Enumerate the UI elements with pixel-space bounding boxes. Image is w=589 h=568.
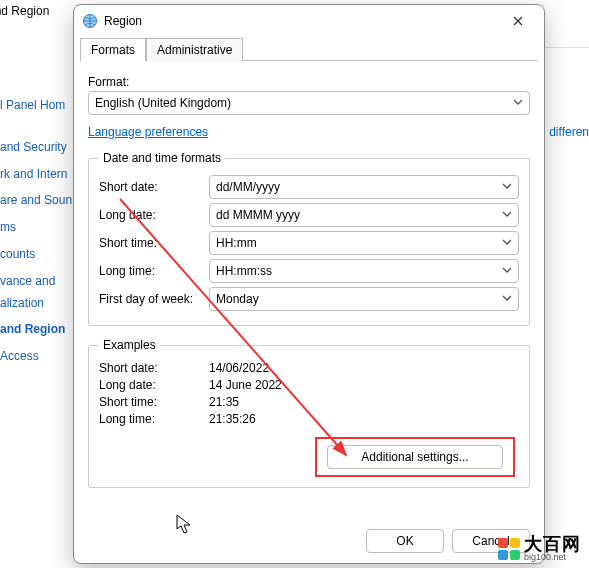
long-date-select[interactable]: dd MMMM yyyy bbox=[209, 203, 519, 227]
ex-short-date-value: 14/06/2022 bbox=[209, 361, 269, 375]
long-date-value: dd MMMM yyyy bbox=[216, 208, 300, 222]
long-date-label: Long date: bbox=[99, 208, 209, 222]
annotation-highlight: Additional settings... bbox=[315, 437, 515, 477]
long-time-label: Long time: bbox=[99, 264, 209, 278]
first-day-select[interactable]: Monday bbox=[209, 287, 519, 311]
ex-long-time-label: Long time: bbox=[99, 412, 209, 426]
dialog-footer: OK Cancel bbox=[74, 519, 544, 563]
watermark: 大百网 big100.net bbox=[498, 535, 581, 562]
watermark-title: 大百网 bbox=[524, 535, 581, 553]
chevron-down-icon bbox=[502, 236, 512, 250]
examples-legend: Examples bbox=[99, 338, 160, 352]
first-day-label: First day of week: bbox=[99, 292, 209, 306]
close-button[interactable] bbox=[500, 7, 536, 35]
globe-icon bbox=[82, 13, 98, 29]
watermark-logo-icon bbox=[498, 538, 520, 560]
ex-long-date-value: 14 June 2022 bbox=[209, 378, 282, 392]
format-label: Format: bbox=[88, 75, 530, 89]
long-time-select[interactable]: HH:mm:ss bbox=[209, 259, 519, 283]
ex-long-time-value: 21:35:26 bbox=[209, 412, 256, 426]
datetime-formats-group: Date and time formats Short date: dd/MM/… bbox=[88, 151, 530, 326]
chevron-down-icon bbox=[502, 208, 512, 222]
background-right-link[interactable]: differen bbox=[549, 125, 589, 139]
chevron-down-icon bbox=[502, 264, 512, 278]
ok-button[interactable]: OK bbox=[366, 529, 444, 553]
examples-group: Examples Short date: 14/06/2022 Long dat… bbox=[88, 338, 530, 488]
dialog-body: Format: English (United Kingdom) Languag… bbox=[74, 61, 544, 519]
format-value: English (United Kingdom) bbox=[95, 96, 231, 110]
first-day-value: Monday bbox=[216, 292, 259, 306]
titlebar: Region bbox=[74, 5, 544, 37]
region-dialog: Region Formats Administrative Format: En… bbox=[73, 4, 545, 564]
chevron-down-icon bbox=[502, 292, 512, 306]
short-time-select[interactable]: HH:mm bbox=[209, 231, 519, 255]
short-date-select[interactable]: dd/MM/yyyy bbox=[209, 175, 519, 199]
dialog-title: Region bbox=[104, 14, 500, 28]
ex-long-date-label: Long date: bbox=[99, 378, 209, 392]
ex-short-date-label: Short date: bbox=[99, 361, 209, 375]
additional-settings-button[interactable]: Additional settings... bbox=[327, 445, 503, 469]
ex-short-time-value: 21:35 bbox=[209, 395, 239, 409]
short-date-label: Short date: bbox=[99, 180, 209, 194]
short-time-label: Short time: bbox=[99, 236, 209, 250]
language-preferences-link[interactable]: Language preferences bbox=[88, 125, 208, 139]
tab-strip: Formats Administrative bbox=[74, 37, 544, 61]
short-time-value: HH:mm bbox=[216, 236, 257, 250]
chevron-down-icon bbox=[513, 96, 523, 110]
datetime-formats-legend: Date and time formats bbox=[99, 151, 225, 165]
chevron-down-icon bbox=[502, 180, 512, 194]
ex-short-time-label: Short time: bbox=[99, 395, 209, 409]
tab-formats[interactable]: Formats bbox=[80, 38, 146, 62]
watermark-url: big100.net bbox=[524, 553, 581, 562]
tab-administrative[interactable]: Administrative bbox=[146, 38, 243, 61]
format-select[interactable]: English (United Kingdom) bbox=[88, 91, 530, 115]
short-date-value: dd/MM/yyyy bbox=[216, 180, 280, 194]
long-time-value: HH:mm:ss bbox=[216, 264, 272, 278]
